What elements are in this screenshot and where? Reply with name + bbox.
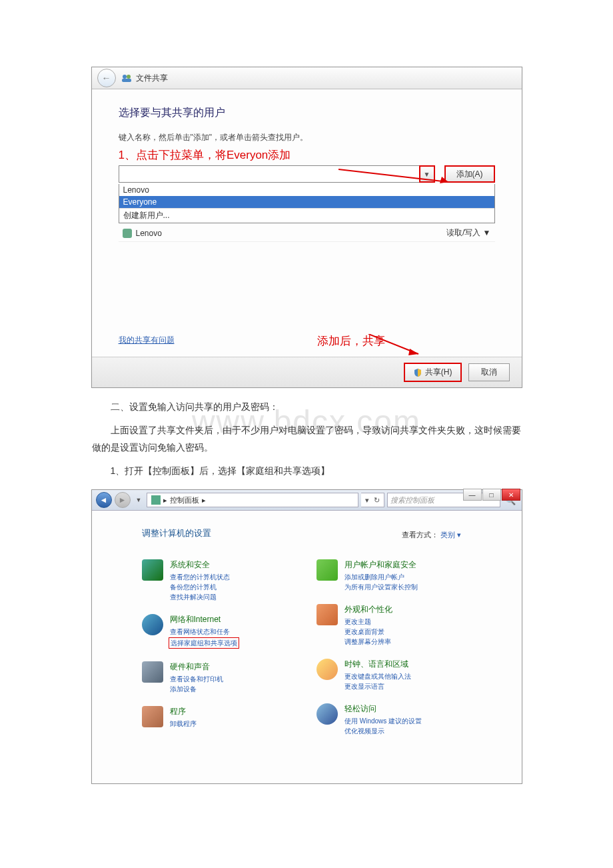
- link-theme[interactable]: 更改主题: [344, 617, 392, 627]
- user-dropdown-list: Lenovo Everyone 创建新用户...: [119, 184, 495, 223]
- address-bar[interactable]: ▸ 控制面板 ▸: [147, 493, 358, 507]
- link-add-remove-user[interactable]: 添加或删除用户帐户: [344, 572, 418, 582]
- window-controls: — □ ✕: [463, 489, 520, 501]
- link-network-status[interactable]: 查看网络状态和任务: [170, 627, 238, 637]
- svg-point-1: [127, 75, 131, 79]
- link-wallpaper[interactable]: 更改桌面背景: [344, 627, 392, 637]
- ease-icon: [316, 703, 338, 725]
- annotation-step2: 添加后，共享: [317, 333, 385, 349]
- share-button[interactable]: 共享(H): [404, 363, 462, 382]
- monitor-icon: [316, 604, 338, 625]
- breadcrumb-text: 控制面板: [170, 495, 199, 505]
- users-icon: [316, 559, 338, 581]
- link-add-device[interactable]: 添加设备: [170, 684, 223, 694]
- dialog-footer: 共享(H) 取消: [92, 357, 522, 387]
- box-icon: [142, 706, 163, 727]
- help-link[interactable]: 我的共享有问题: [119, 335, 175, 346]
- view-by: 查看方式： 类别 ▾: [402, 530, 461, 540]
- link-parental[interactable]: 为所有用户设置家长控制: [344, 582, 418, 592]
- cat-user-accounts[interactable]: 用户帐户和家庭安全 添加或删除用户帐户 为所有用户设置家长控制: [316, 559, 472, 592]
- dropdown-toggle[interactable]: ▼: [419, 165, 435, 183]
- link-troubleshoot[interactable]: 查找并解决问题: [170, 592, 230, 602]
- permission-row: Lenovo 读取/写入 ▼: [119, 223, 495, 242]
- control-panel-icon: [151, 495, 161, 505]
- refresh-icon[interactable]: ↻: [374, 496, 380, 505]
- dialog-subtext: 键入名称，然后单击"添加"，或者单击箭头查找用户。: [119, 132, 495, 143]
- link-uninstall[interactable]: 卸载程序: [170, 719, 197, 729]
- view-by-dropdown[interactable]: 类别 ▾: [440, 531, 461, 539]
- printer-icon: [142, 661, 163, 683]
- globe-icon: [142, 614, 163, 635]
- dialog-heading: 选择要与其共享的用户: [119, 106, 495, 120]
- annotation-step1: 1、点击下拉菜单，将Everyon添加: [119, 147, 495, 163]
- link-homegroup-sharing[interactable]: 选择家庭组和共享选项: [169, 637, 239, 649]
- dropdown-item-lenovo[interactable]: Lenovo: [119, 184, 494, 196]
- link-resolution[interactable]: 调整屏幕分辨率: [344, 637, 392, 647]
- user-icon: [123, 229, 132, 238]
- explorer-toolbar: ◄ ► ▼ ▸ 控制面板 ▸ ▾ ↻ 搜索控制面板 🔍: [92, 490, 522, 511]
- link-keyboard[interactable]: 更改键盘或其他输入法: [344, 671, 411, 681]
- svg-marker-6: [408, 349, 418, 355]
- svg-point-0: [123, 75, 127, 79]
- paragraph-heading2: 二、设置免输入访问共享的用户及密码：: [92, 398, 522, 416]
- nav-history-dropdown[interactable]: ▼: [136, 497, 142, 503]
- shield-icon: [142, 559, 163, 581]
- file-sharing-dialog: ← 文件共享 选择要与其共享的用户 键入名称，然后单击"添加"，或者单击箭头查找…: [91, 67, 522, 388]
- svg-rect-2: [122, 79, 131, 82]
- cat-ease-of-access[interactable]: 轻松访问 使用 Windows 建议的设置 优化视频显示: [316, 703, 472, 736]
- shield-icon: [413, 368, 422, 377]
- document-body: 二、设置免输入访问共享的用户及密码： 上面设置了共享文件夹后，由于不少用户对电脑…: [92, 398, 522, 479]
- perm-user: Lenovo: [136, 229, 162, 238]
- paragraph-2: 上面设置了共享文件夹后，由于不少用户对电脑设置了密码，导致访问共享文件夹失败，这…: [92, 421, 522, 457]
- cat-clock-language[interactable]: 时钟、语言和区域 更改键盘或其他输入法 更改显示语言: [316, 659, 472, 691]
- address-dropdown[interactable]: ▾ ↻: [361, 493, 384, 507]
- breadcrumb-sep: ▸: [163, 496, 167, 505]
- cat-appearance[interactable]: 外观和个性化 更改主题 更改桌面背景 调整屏幕分辨率: [316, 604, 472, 647]
- link-display-lang[interactable]: 更改显示语言: [344, 681, 411, 691]
- link-optimize-video[interactable]: 优化视频显示: [344, 726, 422, 736]
- clock-icon: [316, 659, 338, 680]
- dialog-title: 文件共享: [136, 73, 168, 84]
- maximize-button[interactable]: □: [482, 489, 501, 501]
- nav-forward-button[interactable]: ►: [115, 492, 131, 508]
- link-view-status[interactable]: 查看您的计算机状态: [170, 572, 230, 582]
- permission-level-dropdown[interactable]: 读取/写入 ▼: [446, 227, 491, 239]
- close-button[interactable]: ✕: [502, 489, 520, 501]
- user-name-input[interactable]: [119, 165, 420, 183]
- link-backup[interactable]: 备份您的计算机: [170, 582, 230, 592]
- breadcrumb-sep2: ▸: [202, 496, 206, 505]
- users-icon: [121, 73, 132, 83]
- control-panel-window: — □ ✕ ◄ ► ▼ ▸ 控制面板 ▸ ▾ ↻ 搜索控制面板 🔍: [91, 489, 522, 784]
- cat-system-security[interactable]: 系统和安全 查看您的计算机状态 备份您的计算机 查找并解决问题: [142, 559, 297, 602]
- dialog-titlebar: ← 文件共享: [92, 67, 522, 89]
- cat-network-internet[interactable]: 网络和Internet 查看网络状态和任务 选择家庭组和共享选项: [142, 614, 297, 649]
- paragraph-3: 1、打开【控制面板】后，选择【家庭组和共享选项】: [92, 462, 522, 480]
- add-button[interactable]: 添加(A): [444, 165, 495, 183]
- back-button[interactable]: ←: [97, 69, 116, 87]
- link-devices[interactable]: 查看设备和打印机: [170, 674, 223, 684]
- minimize-button[interactable]: —: [463, 489, 482, 501]
- cat-hardware-sound[interactable]: 硬件和声音 查看设备和打印机 添加设备: [142, 661, 297, 694]
- dropdown-item-everyone[interactable]: Everyone: [119, 196, 494, 208]
- dropdown-item-new-user[interactable]: 创建新用户...: [119, 208, 494, 223]
- cat-programs[interactable]: 程序 卸载程序: [142, 706, 297, 729]
- link-suggested[interactable]: 使用 Windows 建议的设置: [344, 716, 422, 726]
- cancel-button[interactable]: 取消: [468, 363, 510, 381]
- nav-back-button[interactable]: ◄: [96, 492, 112, 508]
